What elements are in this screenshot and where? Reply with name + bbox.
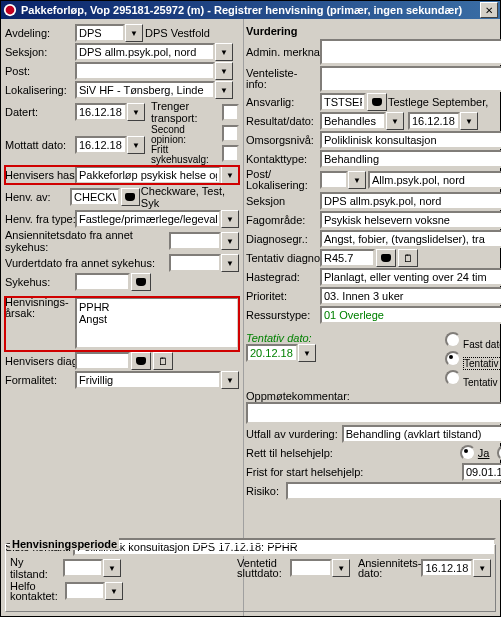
diagnosegr-input[interactable] [320,230,501,248]
ventetid-input[interactable] [290,559,332,577]
mottatt-cal[interactable]: ▼ [127,136,145,154]
radio-maned[interactable]: Tentativ måned [445,370,501,389]
resultat-input[interactable] [320,112,386,130]
vurder-cal[interactable]: ▼ [221,254,239,272]
fagomrade-input[interactable] [320,211,501,229]
lokalisering-input[interactable] [75,81,215,99]
omsorg-label: Omsorgsnivå: [246,134,320,146]
kontakt-input[interactable] [320,150,501,168]
tentdiag-list-icon[interactable] [398,249,418,267]
radio-tentativ[interactable]: Tentativ dato [445,351,501,370]
formalitet-label: Formalitet: [5,374,75,386]
postlok-post-dd[interactable]: ▼ [348,171,366,189]
ansienn-cal[interactable]: ▼ [221,232,239,250]
periode-legend: Henvisningsperiode [10,538,119,550]
sykehus-search-icon[interactable] [131,273,151,291]
avdeling-dropdown[interactable]: ▼ [125,24,143,42]
hastegrad-input[interactable] [75,166,221,184]
left-panel: Avdeling:▼DPS Vestfold Seksjon:▼ Post:▼ … [1,19,243,616]
henvfra-input[interactable] [75,210,221,228]
nytilstand-input[interactable] [63,559,103,577]
seksjon-label: Seksjon: [5,46,75,58]
rett-label: Rett til helsehjelp: [246,447,460,459]
henvisnings-arsak-row: Henvisnings- årsak: PPHRAngst [5,297,239,351]
ansvarlig-input[interactable] [320,93,366,111]
second-checkbox[interactable] [222,125,239,142]
henvav-input[interactable] [70,188,120,206]
diagnosegr-label: Diagnosegr.: [246,233,320,245]
henvfra-label: Henv. fra type: [5,213,75,225]
seksjon-input[interactable] [75,43,215,61]
r-seksjon-input[interactable] [320,192,501,210]
diagnose-list-icon[interactable] [153,352,173,370]
helfo-dd[interactable]: ▼ [105,582,123,600]
formalitet-dropdown[interactable]: ▼ [221,371,239,389]
trenger-checkbox[interactable] [222,104,239,121]
resultat-dropdown[interactable]: ▼ [386,112,404,130]
trenger-label: Trenger transport: [151,100,222,124]
rett-ja-radio[interactable] [460,445,476,461]
diagnose-input[interactable] [75,352,130,370]
p-ansienn-label: Ansiennitets-dato: [358,558,422,578]
post-label: Post: [5,65,75,77]
diagnose-label: Henvisers diagnose: [5,356,75,367]
postlok-lok[interactable] [368,171,501,189]
henvav-search-icon[interactable] [121,188,140,206]
vurder-input[interactable] [169,254,221,272]
radio-fast[interactable]: Fast dato og tid [445,332,501,351]
fritt-checkbox[interactable] [222,145,239,162]
nytilstand-dd[interactable]: ▼ [103,559,121,577]
resultat-cal[interactable]: ▼ [460,112,478,130]
arsak-text[interactable]: PPHRAngst [75,297,239,349]
henvav-desc: Checkware, Test, Syk [141,185,239,209]
helfo-input[interactable] [65,582,105,600]
venteliste-label: Venteliste- info: [246,68,320,90]
mottatt-label: Mottatt dato: [5,139,75,151]
omsorg-input[interactable] [320,131,501,149]
risiko-input[interactable] [286,482,501,500]
avdeling-desc: DPS Vestfold [145,27,210,39]
post-input[interactable] [75,62,215,80]
ansienn-input[interactable] [169,232,221,250]
hastegrad-dropdown[interactable]: ▼ [221,166,239,184]
seksjon-dropdown[interactable]: ▼ [215,43,233,61]
r-hastegrad-input[interactable] [320,268,501,286]
lokalisering-dropdown[interactable]: ▼ [215,81,233,99]
mottatt-input[interactable] [75,136,127,154]
ressurs-label: Ressurstype: [246,309,320,321]
prioritet-input[interactable] [320,287,501,305]
ansvarlig-desc: Testlege September, [388,96,488,108]
post-dropdown[interactable]: ▼ [215,62,233,80]
close-button[interactable]: ✕ [480,2,498,18]
tentdiag-search-icon[interactable] [376,249,396,267]
ressurs-input[interactable] [320,306,501,324]
formalitet-input[interactable] [75,371,221,389]
ansvarlig-search-icon[interactable] [367,93,387,111]
risiko-label: Risiko: [246,485,286,497]
adminmerk-input[interactable] [320,39,501,65]
tentdato-cal[interactable]: ▼ [298,344,316,362]
resultat-label: Resultat/dato: [246,115,320,127]
p-ansienn-cal[interactable]: ▼ [473,559,491,577]
datert-input[interactable] [75,103,127,121]
venteliste-input[interactable] [320,66,501,92]
henvfra-dropdown[interactable]: ▼ [221,210,239,228]
postlok-post[interactable] [320,171,348,189]
tentdato-input[interactable] [246,344,298,362]
avdeling-input[interactable] [75,24,125,42]
resultat-dato[interactable] [408,112,460,130]
ventetid-cal[interactable]: ▼ [332,559,350,577]
utfall-input[interactable] [342,425,501,443]
rett-nei-radio[interactable] [497,445,501,461]
datert-cal[interactable]: ▼ [127,103,145,121]
diagnose-search-icon[interactable] [131,352,151,370]
p-ansienn-input[interactable] [421,559,473,577]
oppmote-input[interactable] [246,402,501,424]
sykehus-input[interactable] [75,273,130,291]
utfall-label: Utfall av vurdering: [246,428,338,440]
tentdiag-input[interactable] [320,249,375,267]
ansvarlig-label: Ansvarlig: [246,96,320,108]
tentdato-label: Tentativ dato: [246,332,445,344]
frist-input[interactable] [462,463,501,481]
oppmote-label: Oppmøtekommentar: [246,390,501,402]
